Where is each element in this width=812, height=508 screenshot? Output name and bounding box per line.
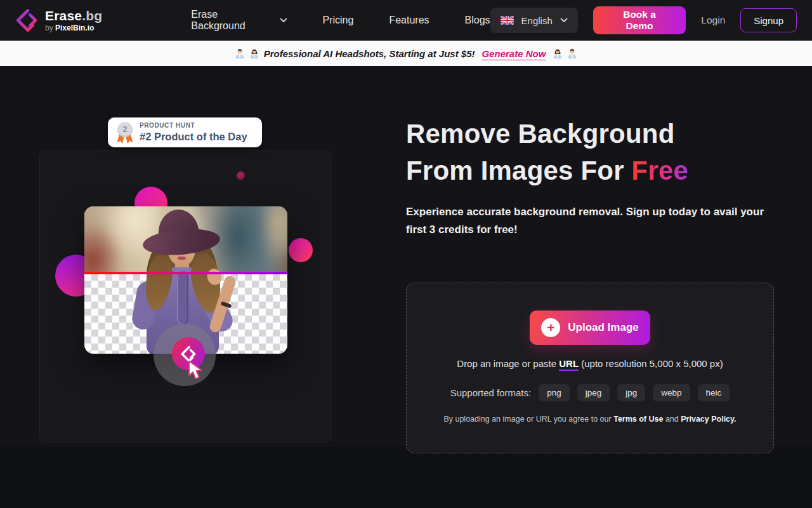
supported-formats: Supported formats: png jpeg jpg webp hei… [450,384,730,401]
product-hunt-label: PRODUCT HUNT [140,123,247,129]
cursor-icon [187,359,206,381]
formats-label: Supported formats: [450,387,532,398]
medal-icon: 2 [117,122,133,144]
language-label: English [521,15,553,26]
product-hunt-award: #2 Product of the Day [140,131,247,142]
woman-office-worker-emoji [553,48,563,58]
man-office-worker-emoji [235,48,245,58]
brand-text: Erase.bg by PixelBin.io [45,9,102,32]
signup-button[interactable]: Signup [740,8,797,32]
nav-item-blogs[interactable]: Blogs [465,15,490,26]
upload-dropzone[interactable]: + Upload Image Drop an image or paste UR… [406,283,774,453]
format-chip: heic [698,384,730,401]
terms-notice: By uploading an image or URL you agree t… [443,415,736,424]
format-chip: webp [653,384,690,401]
product-hunt-badge[interactable]: 2 PRODUCT HUNT #2 Product of the Day [108,117,262,147]
plus-icon: + [541,318,560,337]
upload-image-button[interactable]: + Upload Image [530,311,650,345]
free-highlight: Free [632,156,689,185]
book-demo-button[interactable]: Book a Demo [593,6,686,34]
announcement-bar: Professional AI Headshots, Starting at J… [0,41,812,66]
format-chip: jpeg [577,384,610,401]
hero-section: 2 PRODUCT HUNT #2 Product of the Day [0,66,812,447]
top-navbar: Erase.bg by PixelBin.io Erase Background… [0,0,812,41]
hero-illustration [39,150,331,508]
erasebg-logo-icon [15,8,39,32]
announcement-text: Professional AI Headshots, Starting at J… [264,48,475,59]
terms-of-use-link[interactable]: Terms of Use [613,415,663,424]
man-office-worker-emoji [567,48,577,58]
nav-item-label: Erase Background [191,9,274,32]
main-nav: Erase Background Pricing Features Blogs [191,9,490,32]
navbar-actions: English Book a Demo Login Signup [490,6,797,34]
privacy-policy-link[interactable]: Privacy Policy. [681,415,736,424]
chevron-down-icon [280,18,287,23]
nav-item-pricing[interactable]: Pricing [322,15,353,26]
upload-button-label: Upload Image [568,321,638,334]
drop-instructions: Drop an image or paste URL (upto resolut… [457,358,723,369]
nav-item-erase-background[interactable]: Erase Background [191,9,287,32]
brand-logo[interactable]: Erase.bg by PixelBin.io [15,8,102,32]
medal-rank: 2 [117,122,133,137]
decor-circle [289,238,313,262]
brand-title: Erase.bg [45,9,102,22]
format-chip: jpg [617,384,645,401]
scan-line [84,272,287,274]
generate-now-link[interactable]: Generate Now [481,48,546,59]
chevron-down-icon [560,18,568,23]
woman-office-worker-emoji [249,48,259,58]
format-chip: png [539,384,570,401]
login-link[interactable]: Login [701,15,725,26]
nav-item-features[interactable]: Features [389,15,429,26]
url-link[interactable]: URL [559,358,579,371]
uk-flag-icon [501,16,514,25]
decor-circle [237,171,245,180]
hero-subtitle: Experience accurate background removal. … [406,203,764,239]
page-title: Remove Background From Images For Free [406,116,688,189]
brand-byline: by PixelBin.io [45,24,102,32]
language-selector[interactable]: English [490,8,578,33]
